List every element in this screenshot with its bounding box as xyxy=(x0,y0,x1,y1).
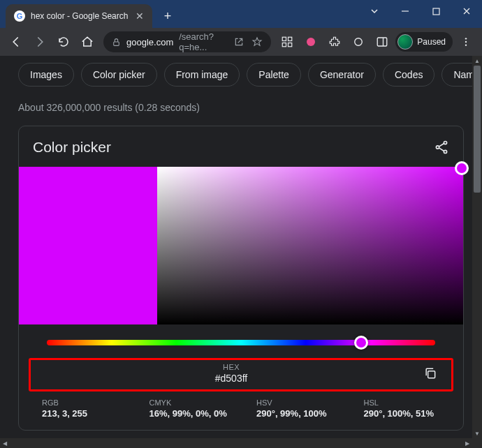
format-label: HSL xyxy=(364,398,451,407)
svg-point-11 xyxy=(465,38,467,39)
color-swatch-solid xyxy=(19,167,157,324)
extensions-icon[interactable] xyxy=(324,31,345,52)
bookmark-star-icon[interactable] xyxy=(251,36,263,47)
chip-color-picker[interactable]: Color picker xyxy=(81,63,157,87)
svg-point-8 xyxy=(355,38,363,46)
close-button[interactable] xyxy=(451,0,482,22)
browser-toolbar: google.com/search?q=he... Paused xyxy=(0,28,482,56)
forward-button[interactable] xyxy=(29,31,50,52)
lock-icon xyxy=(112,38,121,47)
svg-rect-9 xyxy=(378,38,388,46)
format-value: 213, 3, 255 xyxy=(42,408,129,419)
kebab-menu-icon[interactable] xyxy=(455,31,476,52)
back-button[interactable] xyxy=(6,31,27,52)
svg-point-13 xyxy=(465,44,467,45)
chip-codes[interactable]: Codes xyxy=(383,63,434,87)
svg-point-15 xyxy=(436,146,439,149)
svg-rect-5 xyxy=(283,43,286,47)
format-hsv[interactable]: HSV 290°, 99%, 100% xyxy=(246,397,344,419)
card-title: Color picker xyxy=(33,139,111,156)
horizontal-scrollbar[interactable]: ◀ ▶ xyxy=(0,438,472,448)
svg-rect-1 xyxy=(433,8,439,15)
caret-down-icon[interactable] xyxy=(359,0,390,22)
saturation-lightness-field[interactable] xyxy=(157,167,463,324)
scroll-thumb[interactable] xyxy=(474,66,481,193)
sl-handle[interactable] xyxy=(455,161,469,175)
format-label: HSV xyxy=(256,398,344,407)
new-tab-button[interactable]: + xyxy=(158,6,177,26)
svg-rect-17 xyxy=(428,371,435,378)
hue-handle[interactable] xyxy=(354,336,368,350)
share-url-icon[interactable] xyxy=(233,36,244,47)
format-value: 290°, 99%, 100% xyxy=(256,408,344,419)
hex-row-highlighted: HEX #d503ff xyxy=(29,358,453,391)
reload-button[interactable] xyxy=(53,31,74,52)
extension-icon-1[interactable] xyxy=(300,31,321,52)
svg-rect-6 xyxy=(289,43,292,47)
window-titlebar: G hex color - Google Search ✕ + xyxy=(0,0,482,28)
color-formats-row: RGB 213, 3, 255 CMYK 16%, 99%, 0%, 0% HS… xyxy=(31,397,451,419)
scroll-right-arrow-icon[interactable]: ▶ xyxy=(462,438,472,448)
google-favicon-icon: G xyxy=(14,10,25,22)
tab-title: hex color - Google Search xyxy=(31,11,128,21)
chip-generator[interactable]: Generator xyxy=(308,63,376,87)
minimize-button[interactable] xyxy=(390,0,421,22)
home-button[interactable] xyxy=(77,31,98,52)
svg-point-16 xyxy=(444,150,446,153)
url-path: /search?q=he... xyxy=(179,31,228,52)
collections-icon[interactable] xyxy=(277,31,298,52)
format-label: RGB xyxy=(42,398,129,407)
share-icon[interactable] xyxy=(434,140,449,155)
scrollbar-corner xyxy=(472,438,482,448)
hex-value[interactable]: #d503ff xyxy=(42,373,421,384)
hex-label: HEX xyxy=(42,363,421,371)
extension-icon-2[interactable] xyxy=(348,31,369,52)
tab-close-icon[interactable]: ✕ xyxy=(136,10,144,22)
format-rgb[interactable]: RGB 213, 3, 255 xyxy=(31,397,129,419)
chip-from-image[interactable]: From image xyxy=(164,63,240,87)
results-stats: About 326,000,000 results (0.28 seconds) xyxy=(0,94,482,126)
scroll-down-arrow-icon[interactable]: ▼ xyxy=(472,428,482,438)
avatar-icon xyxy=(397,34,413,50)
side-panel-icon[interactable] xyxy=(372,31,393,52)
scroll-up-arrow-icon[interactable]: ▲ xyxy=(472,56,482,66)
copy-icon[interactable] xyxy=(421,364,440,383)
svg-rect-4 xyxy=(289,37,292,40)
format-cmyk[interactable]: CMYK 16%, 99%, 0%, 0% xyxy=(139,397,237,419)
format-value: 290°, 100%, 51% xyxy=(364,408,451,419)
svg-rect-3 xyxy=(283,37,286,40)
format-value: 16%, 99%, 0%, 0% xyxy=(149,408,237,419)
chip-palette[interactable]: Palette xyxy=(247,63,301,87)
chip-images[interactable]: Images xyxy=(18,63,74,87)
hue-slider[interactable] xyxy=(47,340,435,345)
maximize-button[interactable] xyxy=(421,0,451,22)
color-picker-card: Color picker HEX #d503ff RGB 213, 3, 255… xyxy=(18,126,464,431)
format-label: CMYK xyxy=(149,398,237,407)
scroll-left-arrow-icon[interactable]: ◀ xyxy=(0,438,10,448)
svg-point-14 xyxy=(444,141,446,144)
svg-point-12 xyxy=(465,41,467,43)
search-filter-chips: Images Color picker From image Palette G… xyxy=(0,56,482,94)
svg-point-7 xyxy=(307,38,315,46)
svg-rect-2 xyxy=(114,41,119,45)
browser-tab[interactable]: G hex color - Google Search ✕ xyxy=(6,4,152,28)
profile-status-text: Paused xyxy=(417,37,446,47)
format-hsl[interactable]: HSL 290°, 100%, 51% xyxy=(353,397,451,419)
profile-paused-chip[interactable]: Paused xyxy=(395,32,453,52)
vertical-scrollbar[interactable]: ▲ ▼ xyxy=(472,56,482,438)
url-domain: google.com xyxy=(126,37,173,47)
address-bar[interactable]: google.com/search?q=he... xyxy=(103,31,271,52)
